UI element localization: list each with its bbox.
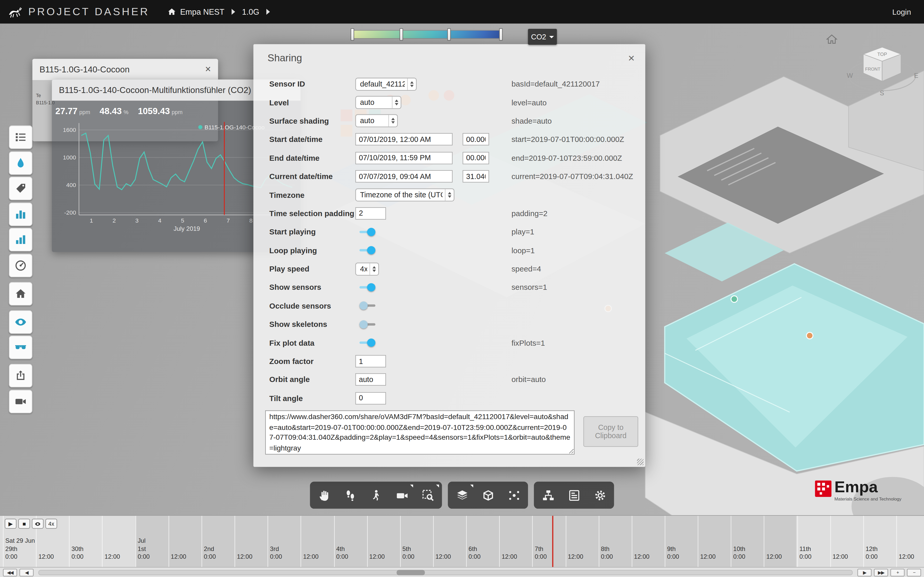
breadcrumb-chevron-icon xyxy=(231,9,235,15)
window-title-bar[interactable]: B115-1.0G-140-Cocoon × xyxy=(32,59,218,80)
walk-button[interactable] xyxy=(337,483,363,508)
home-view-icon[interactable] xyxy=(826,34,837,44)
timeline-tick: 12:00 xyxy=(301,516,334,567)
scrollbar-track[interactable] xyxy=(39,569,853,575)
model-tree-button[interactable] xyxy=(535,483,561,508)
sidebar-button-home[interactable] xyxy=(9,282,32,305)
param-text: level=auto xyxy=(512,98,546,107)
sidebar-button-video[interactable] xyxy=(9,390,32,413)
toggle-show-sensors[interactable] xyxy=(359,283,375,291)
select-value: default_421120017 xyxy=(360,80,405,88)
marquee-zoom-button[interactable] xyxy=(415,483,441,508)
zoom-out-button[interactable]: − xyxy=(907,569,921,576)
scrollbar-thumb[interactable] xyxy=(397,569,425,575)
explode-button[interactable] xyxy=(501,483,527,508)
sidebar-button-visibility[interactable] xyxy=(9,310,32,333)
sidebar-button-gauge[interactable] xyxy=(9,253,32,277)
tick-time: 12:00 xyxy=(105,553,120,560)
input-current-date-time-ms[interactable] xyxy=(462,170,489,183)
close-icon[interactable]: × xyxy=(628,52,635,64)
select-surface-shading[interactable]: auto xyxy=(355,114,398,127)
left-toolbar xyxy=(9,126,32,415)
sidebar-button-levels[interactable] xyxy=(9,126,32,149)
resize-handle[interactable] xyxy=(637,459,643,465)
stop-button[interactable]: ■ xyxy=(18,519,30,529)
camera-button[interactable] xyxy=(389,483,415,508)
input-start-date-time[interactable] xyxy=(355,133,452,145)
sidebar-button-sensors[interactable] xyxy=(9,151,32,174)
sidebar-button-xray[interactable] xyxy=(9,336,32,359)
timeline-playhead[interactable] xyxy=(552,516,554,567)
dialog-row-start-playing: Start playingplay=1 xyxy=(254,222,645,241)
scroll-first-button[interactable]: ◀◀ xyxy=(3,569,17,576)
viewer-toolbar xyxy=(310,482,614,509)
legend-handle[interactable] xyxy=(351,28,354,41)
input-end-date-time[interactable] xyxy=(355,152,452,164)
toggle-fix-plot-data[interactable] xyxy=(359,339,375,347)
legend-handle[interactable] xyxy=(499,28,503,41)
legend-handle[interactable] xyxy=(400,28,403,41)
breadcrumb-project[interactable]: Empa NEST xyxy=(180,8,225,16)
scroll-next-button[interactable]: ▶ xyxy=(858,569,872,576)
bar-chart-icon xyxy=(14,208,27,221)
field-label: Level xyxy=(270,98,355,107)
field-control xyxy=(355,228,512,236)
breadcrumb-level[interactable]: 1.0G xyxy=(242,8,259,16)
section-button[interactable] xyxy=(449,483,475,508)
input-orbit-angle[interactable] xyxy=(355,374,386,386)
sidebar-button-charts-b[interactable] xyxy=(9,228,32,251)
share-url-textarea[interactable]: https://www.dasher360.com/share/oVAM3dF7… xyxy=(265,410,575,455)
scroll-last-button[interactable]: ▶▶ xyxy=(874,569,888,576)
properties-button[interactable] xyxy=(561,483,587,508)
chart-ytick: 1000 xyxy=(63,154,76,161)
timeline-tick: 12:00 xyxy=(168,516,201,567)
stat-co2: 1059.43 ppm xyxy=(138,106,183,116)
legend-handle[interactable] xyxy=(447,28,451,41)
login-link[interactable]: Login xyxy=(892,8,911,16)
input-time-selection-padding[interactable] xyxy=(355,207,386,219)
settings-button[interactable] xyxy=(587,483,613,508)
timeline-band[interactable]: Sat 29 Jun29th0:0012:0030th0:0012:00Jul1… xyxy=(0,515,924,567)
select-play-speed[interactable]: 4x xyxy=(355,263,379,276)
input-end-date-time-ms[interactable] xyxy=(462,152,489,164)
toggle-show-skeletons[interactable] xyxy=(359,320,375,329)
sidebar-button-charts-a[interactable] xyxy=(9,202,32,226)
model-button[interactable] xyxy=(475,483,501,508)
tick-time: 0:00 xyxy=(204,553,216,560)
visibility-toggle-button[interactable] xyxy=(32,519,44,529)
field-control xyxy=(355,283,512,291)
toggle-loop-playing[interactable] xyxy=(359,246,375,255)
sidebar-button-tags[interactable] xyxy=(9,177,32,200)
sidebar-button-share[interactable] xyxy=(9,364,32,387)
close-icon[interactable]: × xyxy=(200,64,211,76)
field-control: Timezone of the site (UTC+2) xyxy=(355,189,512,201)
tick-time: 0:00 xyxy=(468,553,481,560)
first-person-button[interactable] xyxy=(363,483,389,508)
play-button[interactable]: ▶ xyxy=(5,519,16,529)
tick-time: 0:00 xyxy=(138,553,150,560)
zoom-in-button[interactable]: + xyxy=(890,569,905,576)
co2-color-scale[interactable] xyxy=(351,30,503,39)
breadcrumb-home-icon[interactable] xyxy=(167,8,176,16)
toggle-occlude-sensors[interactable] xyxy=(359,301,375,310)
chart-xtick: 6 xyxy=(204,217,207,224)
select-level[interactable]: auto xyxy=(355,96,401,109)
timeline: Sat 29 Jun29th0:0012:0030th0:0012:00Jul1… xyxy=(0,515,924,577)
field-label: Loop playing xyxy=(270,246,355,255)
dialog-header[interactable]: Sharing × xyxy=(254,44,645,64)
toggle-knob xyxy=(359,301,368,310)
pan-button[interactable] xyxy=(311,483,337,508)
input-start-date-time-ms[interactable] xyxy=(462,133,489,145)
toggle-start-playing[interactable] xyxy=(359,228,375,236)
select-timezone[interactable]: Timezone of the site (UTC+2) xyxy=(355,189,454,201)
metric-dropdown-button[interactable]: CO2 xyxy=(528,29,557,45)
input-current-date-time[interactable] xyxy=(355,170,452,183)
timeline-tick: 10th0:00 xyxy=(731,516,764,567)
select-sensor-id[interactable]: default_421120017 xyxy=(355,77,417,90)
speed-button[interactable]: 4x xyxy=(45,519,57,529)
copy-to-clipboard-button[interactable]: Copy to Clipboard xyxy=(583,416,638,447)
view-cube[interactable]: TOP FRONT W S E xyxy=(844,41,921,103)
input-tilt-angle[interactable] xyxy=(355,392,386,405)
scroll-prev-button[interactable]: ◀ xyxy=(19,569,34,576)
input-zoom-factor[interactable] xyxy=(355,355,386,367)
